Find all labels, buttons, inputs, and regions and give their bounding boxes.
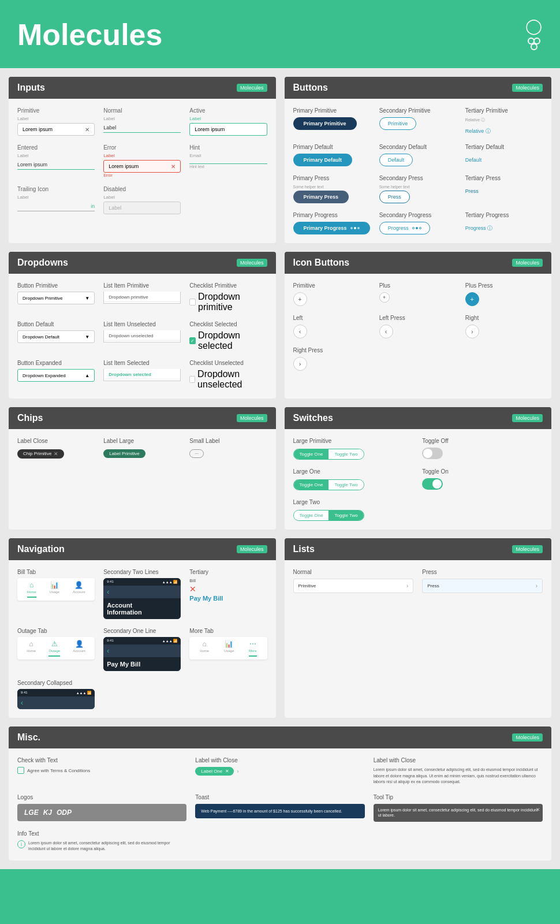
dropdown-checklist-selected-row[interactable]: ✓ Dropdown selected — [189, 330, 267, 351]
phone-one-line-back-btn[interactable]: ‹ — [103, 644, 181, 657]
dropdown-list-unselected-item[interactable]: Dropdown unselected — [104, 331, 180, 341]
dropdown-list-primitive-item[interactable]: Dropdown primitive — [104, 293, 180, 302]
toggle-switch-on[interactable] — [422, 478, 443, 490]
icon-btn-primitive[interactable]: + — [293, 292, 307, 306]
btn-primary-progress-label: Primary Progress — [293, 212, 371, 218]
outage-tab-outage[interactable]: ⚠ Outage — [48, 640, 60, 657]
dropdown-button-expanded-field[interactable]: Dropdown Expanded ▲ — [17, 369, 95, 382]
btn-tertiary-primitive[interactable]: Relative ⓘ — [465, 128, 491, 135]
checkbox-primitive[interactable] — [189, 299, 196, 305]
btn-primary-default[interactable]: Primary Default — [293, 154, 353, 166]
toggle-knob-on — [432, 479, 442, 489]
input-trailing-field[interactable]: in — [17, 202, 95, 211]
btn-primary-press[interactable]: Primary Press — [293, 191, 349, 203]
btn-tertiary-progress[interactable]: Progress ⓘ — [465, 225, 493, 232]
nav-outage-tab-label: Outage Tab — [17, 628, 95, 634]
bill-tab-usage[interactable]: 📊 Usage — [50, 581, 59, 598]
chip-label-close[interactable]: Chip Primitive ✕ — [17, 449, 64, 459]
btn-primary-primitive[interactable]: Primary Primitive — [293, 117, 357, 130]
more-tab-home[interactable]: ⌂ Home — [200, 640, 209, 657]
toggle-two-active[interactable]: Toggle Two — [328, 511, 363, 520]
list-normal-row[interactable]: Primitive › — [293, 579, 414, 593]
chip-small-label[interactable]: ··· — [189, 449, 204, 458]
dropdown-checklist-primitive-row[interactable]: Dropdown primitive — [189, 292, 267, 312]
input-normal-field[interactable]: Label — [103, 123, 181, 133]
toggle-one-inactive[interactable]: Toggle One — [294, 511, 329, 520]
input-error-sublabel: Label — [103, 153, 181, 158]
input-active-field[interactable]: Lorem ipsum — [189, 123, 267, 136]
toggle-group-one[interactable]: Toggle One Toggle Two — [293, 479, 364, 490]
toggle-two-inactive-btn[interactable]: Toggle Two — [328, 480, 363, 490]
label-close-chip-x[interactable]: ✕ — [225, 769, 229, 774]
switch-large-primitive-label: Large Primitive — [293, 438, 414, 444]
logo-kj: KJ — [43, 808, 52, 817]
toggle-one-active-btn[interactable]: Toggle One — [294, 480, 329, 490]
btn-secondary-primitive[interactable]: Primitive — [379, 117, 417, 130]
btn-secondary-progress[interactable]: Progress — [379, 222, 430, 234]
label-close-chip[interactable]: Label One ✕ — [195, 767, 234, 776]
outage-tab-home[interactable]: ⌂ Home — [27, 640, 36, 657]
bill-tab-home[interactable]: ⌂ Home — [27, 581, 36, 598]
icon-btn-left-press[interactable]: ‹ — [379, 325, 393, 338]
outage-tab-account[interactable]: 👤 Account — [73, 640, 85, 657]
phone-two-lines: 9:41 ▲▲▲ 📶 ‹ Account Information — [103, 578, 181, 619]
checkbox-unselected[interactable] — [189, 376, 195, 383]
input-normal: Normal Label Label — [103, 107, 181, 136]
buttons-title: Buttons — [293, 83, 328, 93]
icon-buttons-header: Icon Buttons Molecules — [285, 252, 552, 274]
more-tab-usage[interactable]: 📊 Usage — [224, 640, 234, 657]
toggle-switch-off[interactable] — [422, 448, 443, 459]
toggle-two-btn[interactable]: Toggle Two — [328, 449, 363, 459]
input-primitive-clear[interactable]: ✕ — [85, 126, 89, 133]
dropdown-checklist-unselected: Checklist Unselected Dropdown unselected — [189, 360, 267, 390]
dropdown-button-default-field[interactable]: Dropdown Default ▼ — [17, 330, 95, 343]
input-error-clear[interactable]: ✕ — [171, 163, 176, 170]
nav-tertiary-x[interactable]: ✕ — [189, 584, 267, 594]
nav-tertiary-paybill[interactable]: Pay My Bill — [189, 595, 267, 602]
phone-back-btn[interactable]: ‹ — [103, 586, 181, 598]
dropdown-list-selected-item[interactable]: Dropdown selected — [104, 370, 180, 379]
misc-check-label: Check with Text — [17, 757, 186, 763]
toggle-group-two[interactable]: Toggle One Toggle Two — [293, 510, 364, 521]
dropdown-checklist-unselected-row[interactable]: Dropdown unselected — [189, 369, 267, 390]
check-box[interactable] — [17, 767, 24, 774]
outage-tab-home-text: Home — [27, 649, 36, 653]
checkbox-selected[interactable]: ✓ — [189, 337, 196, 344]
tooltip-close-icon[interactable]: ✕ — [536, 806, 540, 814]
dropdown-button-primitive-field[interactable]: Dropdown Primitive ▼ — [17, 292, 95, 304]
toast-text: Web Payment ----6789 in the amount of $1… — [201, 809, 342, 813]
input-entered-field[interactable]: Lorem ipsum — [17, 160, 95, 170]
misc-logos-label: Logos — [17, 794, 186, 800]
nav-more-tab-label: More Tab — [189, 628, 267, 634]
icon-btn-plus[interactable]: + — [379, 292, 390, 303]
btn-primary-progress[interactable]: Primary Progress — [293, 222, 370, 234]
btn-secondary-press[interactable]: Press — [379, 191, 410, 203]
input-primitive-field[interactable]: Lorem ipsum ✕ — [17, 123, 95, 136]
tooltip-text: Lorem ipsum dolor sit amet, consectetur … — [378, 808, 538, 818]
input-error-field[interactable]: Lorem ipsum ✕ — [103, 160, 181, 173]
list-press-row[interactable]: Press › — [422, 579, 543, 593]
btn-tertiary-press[interactable]: Press — [465, 188, 479, 194]
icon-btn-right[interactable]: › — [465, 325, 479, 338]
phone-collapsed-back-btn[interactable]: ‹ — [17, 696, 95, 709]
icon-btn-left[interactable]: ‹ — [293, 325, 307, 338]
nav-secondary-one-line-group: Secondary One Line 9:41 ▲▲▲ 📶 ‹ Pay My B… — [103, 628, 181, 671]
label-close-row: Label One ✕ › — [195, 767, 364, 776]
dot-outline-1 — [412, 227, 415, 229]
bill-tab-account[interactable]: 👤 Account — [73, 581, 85, 598]
input-hint-field[interactable] — [189, 160, 267, 164]
dropdown-button-primitive-label: Button Primitive — [17, 282, 95, 289]
btn-secondary-progress-label: Secondary Progress — [379, 212, 457, 218]
chip-label-large[interactable]: Label Primitive — [103, 449, 145, 458]
toggle-one-btn[interactable]: Toggle One — [294, 449, 329, 459]
input-trailing-icon[interactable]: in — [91, 203, 95, 209]
icon-btn-right-press[interactable]: › — [293, 357, 307, 371]
btn-secondary-default[interactable]: Default — [379, 154, 413, 166]
btn-tertiary-default[interactable]: Default — [465, 157, 482, 163]
check-row[interactable]: Agree with Terms & Conditions — [17, 767, 186, 774]
chip-close-icon[interactable]: ✕ — [54, 451, 58, 457]
icon-btn-plus-press[interactable]: + — [465, 292, 479, 306]
bill-tab-home-icon: ⌂ — [29, 581, 33, 589]
toggle-group-primitive[interactable]: Toggle One Toggle Two — [293, 449, 364, 460]
more-tab-more[interactable]: ⋯ More — [249, 640, 257, 657]
